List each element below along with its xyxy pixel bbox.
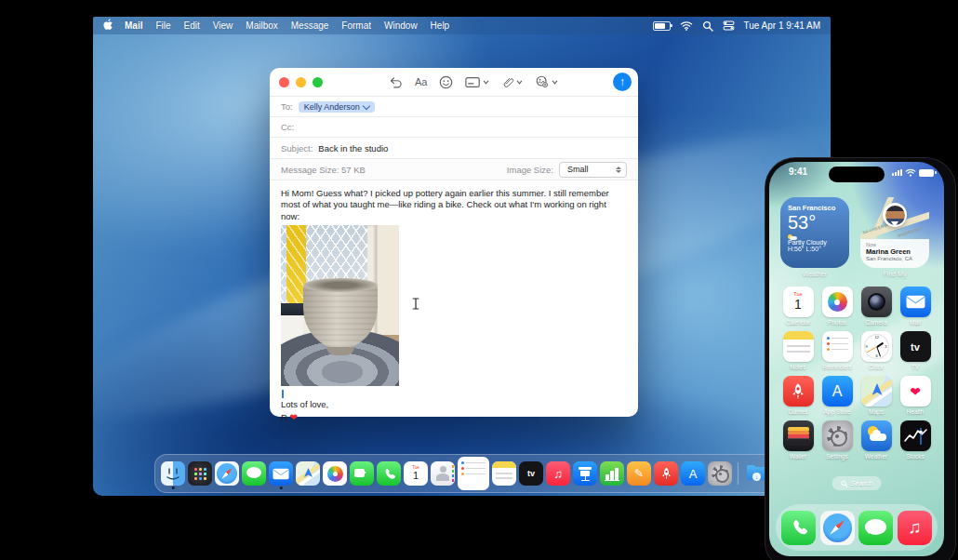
camera-lens-icon [868, 293, 885, 311]
dock-music-icon[interactable]: ♫ [546, 461, 570, 486]
menu-item-window[interactable]: Window [384, 20, 418, 31]
pottery-photo-attachment[interactable] [281, 225, 399, 386]
menu-item-mailbox[interactable]: Mailbox [246, 20, 277, 31]
cc-field[interactable]: Cc: [270, 116, 638, 137]
app-clock[interactable]: 12369 Clock [858, 331, 895, 370]
app-label: Health [907, 408, 925, 415]
calendar-day: 1 [794, 298, 802, 312]
chat-bubble-icon [246, 467, 261, 478]
dock-safari-icon[interactable] [215, 461, 239, 486]
compass-icon [217, 463, 237, 484]
app-maps[interactable]: Maps [858, 376, 895, 415]
closing-line: Lots of love, [281, 399, 627, 411]
dock-numbers-icon[interactable] [600, 461, 624, 486]
wifi-icon[interactable] [680, 20, 693, 31]
dock-facetime-icon[interactable] [350, 461, 374, 486]
header-fields-button[interactable] [465, 76, 489, 88]
menu-item-mail[interactable]: Mail [125, 20, 142, 31]
home-search-pill[interactable]: Search [832, 476, 882, 490]
subject-field[interactable]: Subject: Back in the studio [270, 137, 638, 158]
insert-photo-button[interactable] [535, 75, 558, 88]
menubar-clock[interactable]: Tue Apr 1 9:41 AM [744, 20, 820, 31]
control-center-icon[interactable] [723, 20, 735, 31]
dock-messages-icon[interactable] [858, 511, 893, 545]
weather-widget[interactable]: San Francisco 53° Partly Cloudy H:56° L:… [780, 197, 849, 268]
undo-button[interactable] [389, 75, 403, 88]
app-health[interactable]: ❤ Health [897, 376, 934, 415]
chevron-down-icon [362, 101, 369, 109]
emoji-button[interactable] [439, 75, 453, 89]
heart-emoji: ❤ [290, 412, 298, 422]
dock-phone-icon[interactable] [781, 511, 816, 545]
app-photos[interactable]: Photos [818, 287, 856, 326]
dock-phone-icon[interactable] [377, 461, 401, 486]
dock-contacts-icon[interactable] [431, 461, 455, 486]
battery-icon[interactable] [653, 21, 671, 31]
app-wallet[interactable]: Wallet [779, 420, 817, 460]
menu-item-format[interactable]: Format [341, 20, 371, 31]
dock-tv-icon[interactable]: tv [519, 461, 543, 486]
tv-logo: tv [527, 469, 535, 478]
app-weather[interactable]: Weather [858, 420, 895, 460]
dock-messages-icon[interactable] [242, 461, 266, 486]
to-field[interactable]: To: Kelly Anderson [270, 96, 638, 116]
message-size-text: Message Size: 57 KB [281, 165, 366, 175]
app-notes[interactable]: Notes [779, 331, 817, 370]
app-mail[interactable]: Mail [897, 287, 934, 326]
app-calendar[interactable]: Tue1 Calendar [779, 287, 817, 326]
dock-appstore-icon[interactable]: A [681, 461, 705, 486]
dock-settings-icon[interactable] [708, 461, 732, 486]
apple-menu[interactable] [103, 19, 113, 33]
menu-item-help[interactable]: Help [431, 20, 450, 31]
dock-safari-icon[interactable] [820, 511, 855, 545]
running-indicator [280, 487, 283, 489]
dock-mail-icon[interactable] [269, 461, 293, 486]
dock-launchpad-icon[interactable] [188, 461, 212, 486]
dock-calendar-icon[interactable]: Tue 1 [404, 461, 428, 486]
cloud-icon [870, 433, 886, 441]
dock-maps-icon[interactable] [296, 461, 320, 486]
dock-reminders-icon[interactable] [458, 457, 489, 490]
menu-item-edit[interactable]: Edit [184, 20, 200, 31]
spotlight-search-icon[interactable] [702, 20, 713, 32]
dock-games-icon[interactable] [654, 461, 678, 486]
image-size-select[interactable]: Small [559, 162, 627, 178]
message-body[interactable]: Hi Mom! Guess what? I picked up pottery … [270, 180, 638, 424]
app-reminders[interactable]: Reminders [818, 331, 856, 370]
signature-line: R ❤ [281, 411, 627, 424]
dock-divider [738, 462, 738, 485]
menu-item-message[interactable]: Message [291, 20, 329, 31]
format-button[interactable]: Aa [415, 76, 427, 87]
recipient-pill[interactable]: Kelly Anderson [299, 101, 375, 113]
dock-photos-icon[interactable] [323, 461, 347, 486]
zoom-window-button[interactable] [313, 77, 323, 87]
menu-item-view[interactable]: View [213, 20, 233, 31]
dock-notes-icon[interactable] [492, 461, 516, 486]
dock-finder-icon[interactable] [161, 461, 185, 486]
phone-handset-icon [381, 466, 397, 482]
app-appstore[interactable]: A App Store [818, 376, 856, 415]
app-tv[interactable]: tv TV [897, 331, 934, 370]
weather-temperature: 53° [788, 212, 842, 233]
status-bar-time: 9:41 [789, 167, 807, 177]
send-button[interactable]: ↑ [613, 73, 632, 91]
image-size-value: Small [567, 165, 610, 174]
findmy-widget[interactable]: NA GREEN DR MARINA BLV Now Marina Green … [860, 197, 929, 268]
compass-icon [823, 513, 852, 542]
close-window-button[interactable] [279, 77, 289, 87]
app-settings[interactable]: Settings [818, 420, 856, 460]
attach-file-button[interactable] [501, 75, 523, 89]
findmy-place: Marina Green [866, 247, 924, 256]
minimize-window-button[interactable] [296, 77, 306, 87]
menu-bar: Mail File Edit View Mailbox Message Form… [93, 17, 831, 34]
iphone-screen: 9:41 San Francisco 53° Partly Cloudy H:5… [769, 162, 944, 556]
app-camera[interactable]: Camera [858, 287, 895, 326]
dock-keynote-icon[interactable] [573, 461, 597, 486]
app-games[interactable]: Games [779, 376, 817, 415]
dock-music-icon[interactable]: ♫ [898, 511, 932, 545]
menu-item-file[interactable]: File [155, 20, 170, 31]
status-bar-icons [892, 168, 934, 177]
app-stocks[interactable]: Stocks [897, 420, 934, 460]
dock-pages-icon[interactable]: ✎ [627, 461, 651, 486]
compose-toolbar: Aa [389, 68, 558, 96]
